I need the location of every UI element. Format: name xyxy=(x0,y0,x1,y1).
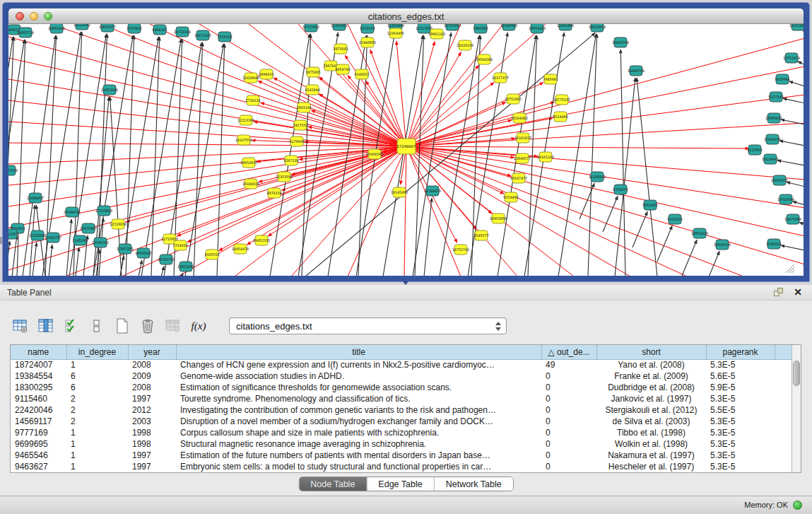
graph-node[interactable]: 9146827 xyxy=(354,69,369,79)
cell-pagerank[interactable]: 5.3E-5 xyxy=(706,461,775,472)
graph-node[interactable]: 19737493 xyxy=(444,24,461,30)
graph-node[interactable]: 18122502 xyxy=(73,24,90,30)
graph-node[interactable]: 19654935 xyxy=(240,158,257,168)
cell-short[interactable]: Jankovic et al. (1997) xyxy=(596,393,706,404)
graph-node[interactable]: 10974343 xyxy=(529,24,546,33)
delete-column-button[interactable] xyxy=(137,315,158,337)
graph-node[interactable]: 10954220 xyxy=(691,228,708,238)
graph-node[interactable]: 16752741 xyxy=(452,245,469,255)
cell-year[interactable]: 2008 xyxy=(128,382,176,393)
graph-node[interactable]: 9329966 xyxy=(775,74,789,84)
cell-year[interactable]: 2012 xyxy=(128,404,176,416)
graph-node[interactable]: 17957255 xyxy=(117,244,134,254)
cell-name[interactable]: 18300295 xyxy=(11,382,66,393)
cell-year[interactable]: 2009 xyxy=(128,370,176,382)
column-header-short[interactable]: short xyxy=(596,345,706,359)
graph-node[interactable]: 7515550 xyxy=(217,32,232,42)
cell-out_de...[interactable]: 0 xyxy=(541,404,596,416)
graph-node[interactable]: 2718126 xyxy=(245,95,260,105)
graph-node[interactable]: 19452335 xyxy=(253,235,270,245)
graph-node[interactable]: 16054470 xyxy=(232,244,249,254)
table-row[interactable]: 1830029562008Estimation of significance … xyxy=(11,382,793,393)
cell-in_degree[interactable]: 6 xyxy=(66,382,128,393)
graph-node[interactable]: 18775155 xyxy=(553,95,570,105)
cell-pagerank[interactable]: 5.3E-5 xyxy=(706,450,775,461)
cell-out_de...[interactable]: 0 xyxy=(541,393,596,404)
graph-node[interactable]: 10161160 xyxy=(537,152,554,162)
graph-node[interactable]: 9242844 xyxy=(305,85,319,95)
create-column-button[interactable] xyxy=(112,315,133,337)
scrollbar-thumb[interactable] xyxy=(793,361,800,386)
cell-title[interactable]: Estimation of the future numbers of pati… xyxy=(176,450,541,461)
cell-title[interactable]: Changes of HCN gene expression and I(f) … xyxy=(176,359,541,370)
column-header-title[interactable]: title xyxy=(176,345,541,359)
graph-node[interactable]: 12093832 xyxy=(765,113,782,123)
cell-short[interactable]: Stergiakouli et al. (2012) xyxy=(596,404,706,416)
graph-node[interactable]: 10719184 xyxy=(174,27,191,37)
graph-node[interactable]: 9514490 xyxy=(553,112,567,122)
cell-pagerank[interactable]: 5.3E-5 xyxy=(706,416,775,427)
column-header-year[interactable]: year xyxy=(128,345,176,359)
graph-node[interactable]: 22040577 xyxy=(514,153,531,163)
column-header-pagerank[interactable]: pagerank xyxy=(706,345,775,359)
graph-node[interactable]: 20691406 xyxy=(48,24,65,33)
cell-short[interactable]: de Silva et al. (2003) xyxy=(596,416,706,427)
cell-out_de...[interactable]: 0 xyxy=(541,450,596,461)
graph-node[interactable]: 7254420 xyxy=(172,240,187,250)
graph-node[interactable]: 19961103 xyxy=(428,29,445,39)
function-builder-button[interactable]: f(x) xyxy=(188,315,209,337)
table-row[interactable]: 1872400712008Changes of HCN gene express… xyxy=(11,359,793,370)
graph-node[interactable]: 22420046 xyxy=(242,73,259,83)
cell-title[interactable]: Corpus callosum shape and size in male p… xyxy=(176,427,541,438)
graph-node[interactable]: 16210643 xyxy=(762,154,779,164)
cell-year[interactable]: 2003 xyxy=(128,416,176,427)
graph-node[interactable]: 10653257 xyxy=(99,24,116,32)
cell-title[interactable]: Investigating the contribution of common… xyxy=(176,404,541,416)
graph-node[interactable]: 11156869 xyxy=(29,230,46,240)
cell-out_de...[interactable]: 49 xyxy=(541,359,596,370)
cell-in_degree[interactable]: 1 xyxy=(66,359,128,370)
cell-out_de...[interactable]: 0 xyxy=(541,382,596,393)
graph-node[interactable]: 16189942 xyxy=(589,172,606,182)
table-row[interactable]: 2242004622012Investigating the contribut… xyxy=(11,404,793,416)
graph-node[interactable]: 10958107 xyxy=(135,248,152,258)
graph-node[interactable]: 10975887 xyxy=(80,223,97,233)
tab-network-table[interactable]: Network Table xyxy=(435,477,513,491)
graph-node[interactable]: 11151869 xyxy=(789,24,804,30)
graph-node[interactable]: 10953950 xyxy=(490,214,507,223)
graph-node[interactable]: 16648784 xyxy=(628,66,645,76)
graph-node[interactable]: 7485083 xyxy=(543,74,558,84)
cell-name[interactable]: 14569117 xyxy=(11,416,66,427)
graph-node[interactable]: 18751085 xyxy=(505,94,522,104)
graph-node[interactable]: 18107554 xyxy=(235,135,252,145)
graph-node[interactable]: 16161657 xyxy=(514,133,531,143)
graph-node[interactable]: 9227343 xyxy=(768,92,783,102)
graph-node[interactable]: 18164462 xyxy=(511,113,528,123)
graph-node[interactable]: 8454749 xyxy=(335,64,350,74)
graph-node[interactable]: 3913457 xyxy=(8,229,18,239)
cell-title[interactable]: Disruption of a novel member of a sodium… xyxy=(176,416,541,427)
cell-year[interactable]: 1997 xyxy=(128,450,176,461)
cell-in_degree[interactable]: 2 xyxy=(66,416,128,427)
tab-edge-table[interactable]: Edge Table xyxy=(367,477,434,491)
graph-node[interactable]: 9154490 xyxy=(503,192,518,202)
graph-node[interactable]: 10943520 xyxy=(714,240,731,250)
cell-title[interactable]: Structural magnetic resonance image aver… xyxy=(176,438,541,450)
graph-node[interactable]: 11254491 xyxy=(331,24,348,30)
network-canvas[interactable]: 9806274240557242069140618122502106532571… xyxy=(8,24,804,276)
graph-node[interactable]: 3427552 xyxy=(293,120,307,130)
graph-node[interactable]: 9896033 xyxy=(259,69,273,79)
cell-year[interactable]: 1998 xyxy=(128,427,176,438)
cell-pagerank[interactable]: 5.5E-5 xyxy=(706,404,775,416)
graph-node[interactable]: 15751074 xyxy=(783,53,800,63)
graph-node[interactable]: 11544909 xyxy=(500,24,517,30)
graph-node[interactable]: 12454490 xyxy=(557,24,574,30)
column-header-name[interactable]: name xyxy=(11,345,66,359)
cell-name[interactable]: 19384554 xyxy=(11,370,66,382)
graph-node[interactable]: 12505185 xyxy=(92,238,109,247)
graph-node[interactable]: 8878334 xyxy=(266,188,281,198)
table-row[interactable]: 1938455462009Genome-wide association stu… xyxy=(11,370,793,382)
cell-year[interactable]: 1997 xyxy=(128,393,176,404)
graph-node[interactable]: 22468893 xyxy=(359,37,376,47)
graph-node[interactable]: 15727602 xyxy=(302,24,319,32)
